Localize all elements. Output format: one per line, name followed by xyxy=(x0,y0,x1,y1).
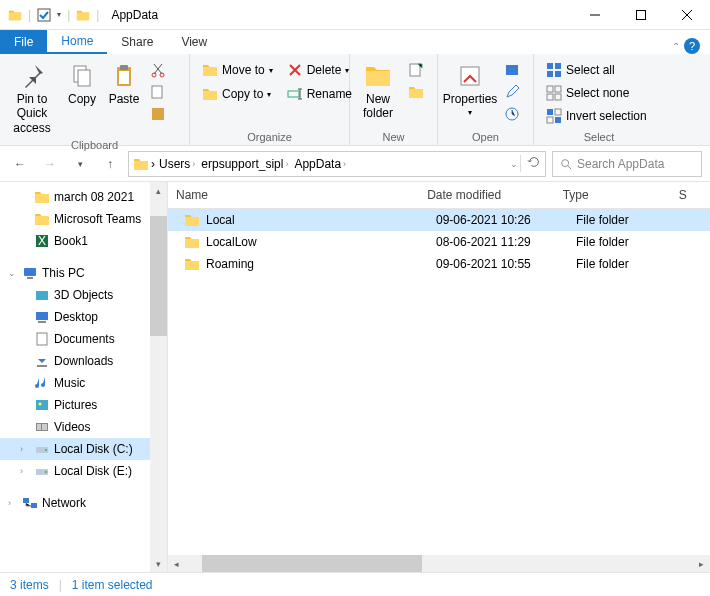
group-open: Open xyxy=(442,129,529,145)
svg-rect-34 xyxy=(555,117,561,123)
tab-home[interactable]: Home xyxy=(47,30,107,54)
svg-rect-25 xyxy=(152,108,164,120)
sidebar-item[interactable]: Book1 xyxy=(0,230,167,252)
move-to-button[interactable]: Move to ▾ xyxy=(198,60,277,80)
qat-sep: | xyxy=(96,8,99,22)
copy-path-button[interactable] xyxy=(146,82,170,102)
sidebar-item[interactable]: Pictures xyxy=(0,394,167,416)
column-name[interactable]: Name xyxy=(168,188,419,202)
pin-to-quick-access-button[interactable]: Pin to Quick access xyxy=(4,60,60,137)
horizontal-scrollbar[interactable]: ◂▸ xyxy=(168,555,710,572)
svg-rect-27 xyxy=(506,65,518,75)
new-item-button[interactable] xyxy=(404,60,428,80)
status-item-count: 3 items xyxy=(10,578,49,592)
file-row[interactable]: LocalLow08-06-2021 11:29File folder xyxy=(168,231,710,253)
svg-rect-37 xyxy=(36,291,48,300)
svg-rect-42 xyxy=(36,400,48,410)
column-date[interactable]: Date modified xyxy=(419,188,555,202)
sidebar-item[interactable]: march 08 2021 xyxy=(0,186,167,208)
sidebar-item[interactable]: ›Local Disk (E:) xyxy=(0,460,167,482)
sidebar-item[interactable]: Documents xyxy=(0,328,167,350)
select-none-button[interactable]: Select none xyxy=(542,83,651,103)
address-bar[interactable]: › Users› erpsupport_sipl› AppData› ⌄ xyxy=(128,151,546,177)
crumb[interactable]: erpsupport_sipl› xyxy=(199,157,290,171)
svg-rect-40 xyxy=(37,333,47,345)
svg-rect-33 xyxy=(547,109,553,115)
minimize-button[interactable] xyxy=(572,0,618,30)
svg-rect-23 xyxy=(637,10,646,19)
status-selected-count: 1 item selected xyxy=(72,578,153,592)
qat-dropdown-icon[interactable]: ▾ xyxy=(57,10,61,19)
tab-file[interactable]: File xyxy=(0,30,47,54)
svg-rect-41 xyxy=(37,365,47,367)
new-folder-button[interactable]: New folder xyxy=(354,60,402,123)
address-dropdown-icon[interactable]: ⌄ xyxy=(510,159,518,169)
group-new: New xyxy=(354,129,433,145)
up-button[interactable]: ↑ xyxy=(98,152,122,176)
cut-button[interactable] xyxy=(146,60,170,80)
maximize-button[interactable] xyxy=(618,0,664,30)
paste-button[interactable]: Paste xyxy=(104,60,144,108)
window-title: AppData xyxy=(107,8,572,22)
search-icon xyxy=(559,157,573,171)
sidebar-item[interactable]: Downloads xyxy=(0,350,167,372)
crumb[interactable]: Users› xyxy=(157,157,197,171)
back-button[interactable]: ← xyxy=(8,152,32,176)
file-row[interactable]: Roaming09-06-2021 10:55File folder xyxy=(168,253,710,275)
close-button[interactable] xyxy=(664,0,710,30)
edit-button[interactable] xyxy=(500,82,524,102)
qat-sep: | xyxy=(67,8,70,22)
refresh-button[interactable] xyxy=(520,155,541,172)
group-select: Select xyxy=(538,129,660,145)
tab-share[interactable]: Share xyxy=(107,30,167,54)
chevron-right-icon[interactable]: › xyxy=(151,157,155,171)
rename-button[interactable]: Rename xyxy=(283,84,356,104)
svg-rect-46 xyxy=(42,424,47,430)
svg-rect-35 xyxy=(555,109,561,115)
tab-view[interactable]: View xyxy=(167,30,221,54)
paste-shortcut-button[interactable] xyxy=(146,104,170,124)
sidebar-item[interactable]: 3D Objects xyxy=(0,284,167,306)
folder-icon xyxy=(76,8,90,22)
copy-button[interactable]: Copy xyxy=(62,60,102,108)
history-button[interactable] xyxy=(500,104,524,124)
svg-rect-31 xyxy=(547,94,553,100)
properties-button[interactable]: Properties▾ xyxy=(442,60,498,120)
select-all-button[interactable]: Select all xyxy=(542,60,651,80)
invert-selection-button[interactable]: Invert selection xyxy=(542,106,651,126)
open-button[interactable] xyxy=(500,60,524,80)
sidebar-item[interactable]: Microsoft Teams xyxy=(0,208,167,230)
column-type[interactable]: Type xyxy=(555,188,671,202)
crumb[interactable]: AppData› xyxy=(292,157,348,171)
svg-rect-36 xyxy=(547,117,553,123)
copy-to-button[interactable]: Copy to ▾ xyxy=(198,84,277,104)
sidebar-item[interactable]: Music xyxy=(0,372,167,394)
ribbon-collapse-icon[interactable]: ⌃ xyxy=(672,41,680,52)
svg-rect-24 xyxy=(152,86,162,98)
sidebar-item[interactable]: Videos xyxy=(0,416,167,438)
folder-icon xyxy=(8,8,22,22)
svg-rect-39 xyxy=(38,321,46,323)
svg-rect-29 xyxy=(547,86,553,92)
forward-button[interactable]: → xyxy=(38,152,62,176)
sidebar-scrollbar[interactable]: ▴▾ xyxy=(150,182,167,572)
svg-point-43 xyxy=(39,403,42,406)
sidebar-item-network[interactable]: ›Network xyxy=(0,492,167,514)
column-size[interactable]: S xyxy=(671,188,710,202)
group-organize: Organize xyxy=(194,129,345,145)
sidebar-item[interactable]: Desktop xyxy=(0,306,167,328)
svg-rect-38 xyxy=(36,312,48,320)
svg-rect-32 xyxy=(555,94,561,100)
svg-rect-30 xyxy=(555,86,561,92)
file-row[interactable]: Local09-06-2021 10:26File folder xyxy=(168,209,710,231)
search-input[interactable]: Search AppData xyxy=(552,151,702,177)
sidebar-item-this-pc[interactable]: ⌄This PC xyxy=(0,262,167,284)
recent-locations-button[interactable]: ▾ xyxy=(68,152,92,176)
navigation-pane[interactable]: march 08 2021 Microsoft Teams Book1 ⌄Thi… xyxy=(0,182,168,572)
svg-rect-45 xyxy=(37,424,41,430)
easy-access-button[interactable] xyxy=(404,82,428,102)
delete-button[interactable]: Delete ▾ xyxy=(283,60,356,80)
sidebar-item-local-disk-c[interactable]: ›Local Disk (C:) xyxy=(0,438,167,460)
qat-check-icon[interactable] xyxy=(37,8,51,22)
help-button[interactable]: ? xyxy=(684,38,700,54)
